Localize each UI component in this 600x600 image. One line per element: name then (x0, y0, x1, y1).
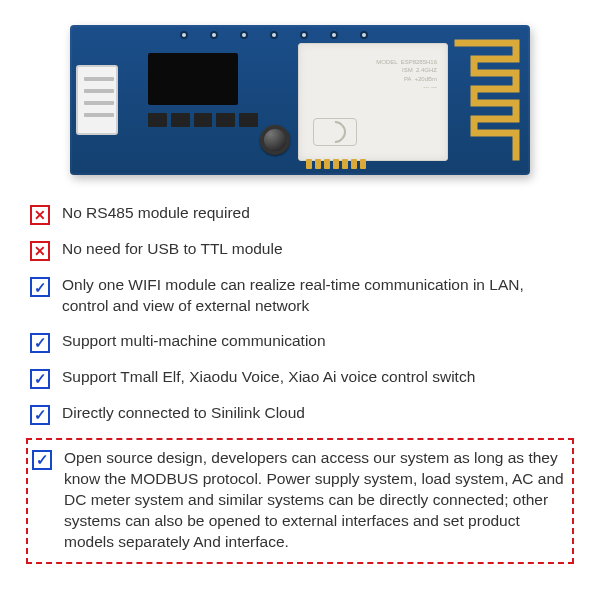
rf-shield: MODEL ESP8285H16 ISM 2.4GHZ PA +20dBm --… (298, 43, 448, 161)
product-image: MODEL ESP8285H16 ISM 2.4GHZ PA +20dBm --… (0, 0, 600, 190)
feature-text: Support Tmall Elf, Xiaodu Voice, Xiao Ai… (62, 367, 570, 388)
feature-item: Support Tmall Elf, Xiaodu Voice, Xiao Ai… (30, 360, 570, 396)
feature-item: No RS485 module required (30, 196, 570, 232)
feature-text: Directly connected to Sinilink Cloud (62, 403, 570, 424)
jst-connector (76, 65, 118, 135)
x-icon (30, 205, 50, 225)
feature-item-highlight: Open source design, developers can acces… (32, 448, 568, 553)
check-icon (32, 450, 52, 470)
feature-text: Open source design, developers can acces… (64, 448, 568, 553)
feature-item: Directly connected to Sinilink Cloud (30, 396, 570, 432)
highlight-box: Open source design, developers can acces… (26, 438, 574, 565)
feature-text: Only one WIFI module can realize real-ti… (62, 275, 570, 317)
wifi-icon (313, 118, 357, 146)
feature-list: No RS485 module required No need for USB… (0, 190, 600, 432)
feature-text: No need for USB to TTL module (62, 239, 570, 260)
check-icon (30, 277, 50, 297)
shield-marking: MODEL ESP8285H16 ISM 2.4GHZ PA +20dBm --… (376, 58, 437, 92)
feature-item: Support multi-machine communication (30, 324, 570, 360)
feature-text: No RS485 module required (62, 203, 570, 224)
check-icon (30, 369, 50, 389)
feature-item: Only one WIFI module can realize real-ti… (30, 268, 570, 324)
x-icon (30, 241, 50, 261)
tactile-button (260, 125, 290, 155)
feature-item: No need for USB to TTL module (30, 232, 570, 268)
check-icon (30, 405, 50, 425)
check-icon (30, 333, 50, 353)
voltage-regulator-chip (148, 53, 238, 105)
feature-text: Support multi-machine communication (62, 331, 570, 352)
pcb-antenna (452, 39, 522, 161)
pcb-board: MODEL ESP8285H16 ISM 2.4GHZ PA +20dBm --… (70, 25, 530, 175)
